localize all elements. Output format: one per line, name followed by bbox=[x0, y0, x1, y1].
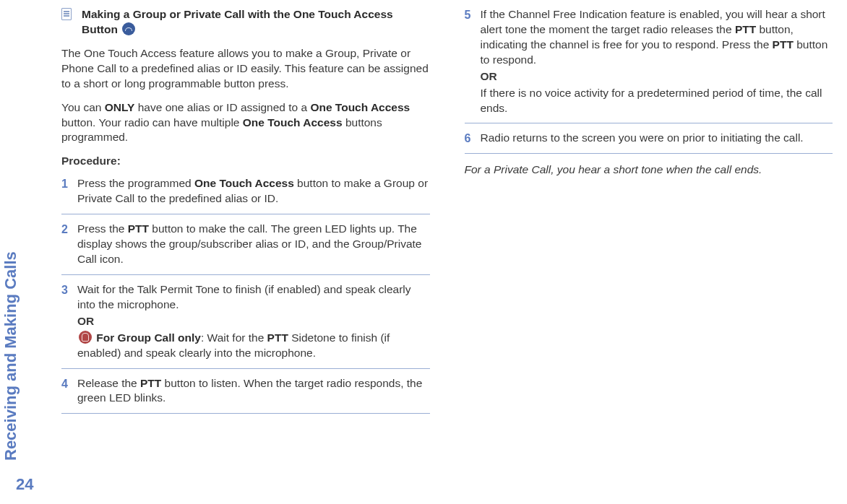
bold-text: PTT bbox=[140, 377, 161, 389]
step-3: Wait for the Talk Permit Tone to finish … bbox=[61, 282, 430, 369]
step-6: Radio returns to the screen you were on … bbox=[465, 131, 833, 154]
text: Radio returns to the screen you were on … bbox=[481, 131, 804, 144]
sidebar: Receiving and Making Calls 24 bbox=[6, 0, 49, 504]
group-call-icon bbox=[79, 331, 92, 344]
chapter-title: Receiving and Making Calls bbox=[1, 251, 20, 461]
bold-text: PTT bbox=[735, 23, 756, 35]
text: have one alias or ID assigned to a bbox=[134, 101, 310, 113]
step-2: Press the PTT button to make the call. T… bbox=[61, 222, 430, 275]
text: Release the bbox=[77, 377, 140, 389]
bold-text: PTT bbox=[267, 331, 288, 344]
intro-paragraph-2: You can ONLY have one alias or ID assign… bbox=[61, 100, 430, 146]
one-touch-access-icon bbox=[122, 22, 135, 35]
document-icon bbox=[61, 8, 72, 20]
bold-text: One Touch Access bbox=[310, 101, 410, 113]
step-5: If the Channel Free Indication feature i… bbox=[465, 7, 833, 123]
closing-note: For a Private Call, you hear a short ton… bbox=[465, 162, 833, 178]
bold-text: For Group Call only bbox=[93, 331, 201, 344]
section-heading: Making a Group or Private Call with the … bbox=[61, 7, 430, 38]
text: Press the bbox=[77, 222, 128, 235]
bold-text: One Touch Access bbox=[243, 116, 343, 129]
bold-text: ONLY bbox=[105, 101, 135, 113]
or-label: OR bbox=[481, 69, 833, 84]
text: If there is no voice activity for a pred… bbox=[481, 87, 822, 114]
intro-paragraph-1: The One Touch Access feature allows you … bbox=[61, 46, 430, 92]
text: Wait for the Talk Permit Tone to finish … bbox=[77, 283, 411, 310]
bold-text: One Touch Access bbox=[194, 177, 294, 189]
step-4: Release the PTT button to listen. When t… bbox=[61, 376, 430, 414]
or-label: OR bbox=[77, 314, 430, 329]
text: You can bbox=[61, 101, 105, 113]
text: : Wait for the bbox=[201, 331, 267, 344]
page-content: Making a Group or Private Call with the … bbox=[61, 7, 833, 490]
text: Press the programmed bbox=[77, 177, 194, 189]
text: button. Your radio can have multiple bbox=[61, 116, 243, 129]
procedure-label: Procedure: bbox=[61, 154, 430, 169]
bold-text: PTT bbox=[773, 38, 794, 51]
step-1: Press the programmed One Touch Access bu… bbox=[61, 176, 430, 214]
bold-text: PTT bbox=[128, 222, 149, 235]
page-number: 24 bbox=[16, 475, 33, 494]
